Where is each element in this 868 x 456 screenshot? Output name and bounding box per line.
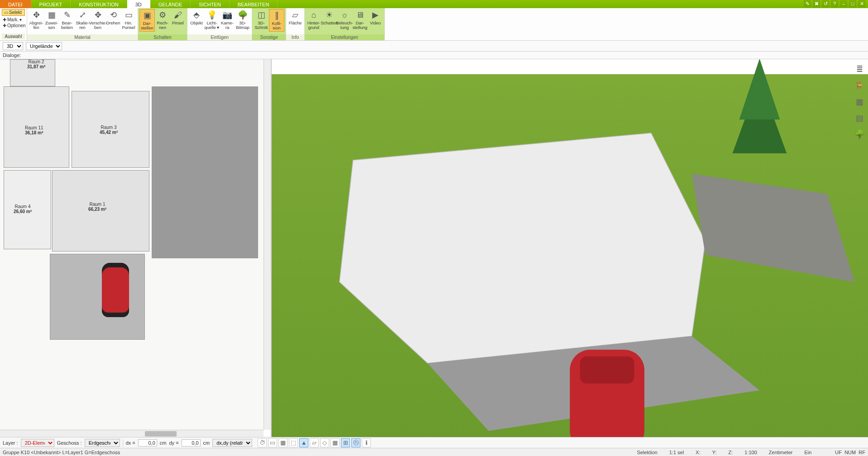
ribbon-group-sonstige: ◫3D- Schnitt‖Kolli- sionSonstige	[252, 8, 286, 40]
menu-tab-datei[interactable]: DATEI	[0, 0, 31, 8]
ribbon-btn-hintergrund[interactable]: ⌂Hinter- grund	[306, 9, 321, 31]
materials-icon[interactable]: ▦	[854, 96, 865, 108]
ribbon-btn-label: Dar- stellung	[353, 21, 368, 30]
ribbon-btn-verschieben[interactable]: ✥Verschie- ben	[90, 9, 106, 31]
svg-marker-0	[340, 133, 705, 363]
toggle-icon[interactable]: ℹ	[362, 438, 371, 447]
menu-tab-sichten[interactable]: SICHTEN	[191, 0, 229, 8]
ribbon-group-einfuegen: ⬘Objekt💡Licht- quelle ▾📷Kame- ra🌳3D- Bit…	[187, 8, 252, 40]
room-label: Raum 426,60 m²	[14, 204, 32, 214]
options-button[interactable]: ✚ Optionen	[2, 23, 25, 28]
ribbon-btn-label: Drehen	[106, 21, 120, 25]
toggle-icon[interactable]: ⏱	[258, 438, 267, 447]
ribbon-btn-pinsel[interactable]: 🖌Pinsel	[170, 9, 186, 26]
toggle-icon[interactable]: ▦	[278, 438, 288, 447]
ribbon-btn-label: Pinsel	[172, 21, 184, 25]
ribbon-btn-rechnen[interactable]: ⚙Rech- nen	[155, 9, 170, 31]
minimize-icon[interactable]: –	[840, 0, 847, 7]
group-caption: Schatten	[138, 34, 187, 40]
pane-3d[interactable]	[272, 59, 868, 437]
ribbon: ▭ Selekt ✚ Mark. ▾ ✚ Optionen Auswahl ✥A…	[0, 8, 868, 41]
floor-select[interactable]: Erdgeschos	[85, 439, 120, 447]
select-button[interactable]: ▭ Selekt	[2, 9, 25, 16]
menu-bar: DATEI PROJEKT KONSTRUKTION 3D GELÄNDE SI…	[0, 0, 868, 8]
close-icon[interactable]: ✕	[858, 0, 865, 7]
ribbon-btn-label: Licht- quelle ▾	[205, 21, 220, 30]
toggle-icon[interactable]: ▦	[331, 438, 340, 447]
ribbon-btn-bearbeiten[interactable]: ✎Bear- beiten	[59, 9, 75, 31]
dy-label: dy =	[169, 440, 178, 446]
ribbon-group-einstellungen: ⌂Hinter- grund☀Schatten☼Beleuch- tung🖥Da…	[305, 8, 385, 40]
menu-tab-3d[interactable]: 3D	[127, 0, 150, 8]
tool-icon[interactable]: ✖	[813, 0, 820, 7]
ribbon-btn-kamera[interactable]: 📷Kame- ra	[220, 9, 235, 31]
status-left: Gruppe K10 <Unbekannt> L=Layer1 G=Erdges…	[3, 450, 120, 455]
ribbon-btn-3dbitmap[interactable]: 🌳3D- Bitmap	[235, 9, 250, 31]
menu-tab-projekt[interactable]: PROJEKT	[31, 0, 71, 8]
furniture-icon[interactable]: 🪑	[854, 80, 865, 91]
pane-2d[interactable]: Raum 231,87 m²Raum 1136,18 m²Raum 345,42…	[0, 59, 272, 437]
scrollbar-horizontal[interactable]	[0, 430, 264, 437]
verschieben-icon: ✥	[93, 10, 103, 20]
layers-icon[interactable]: ≣	[854, 63, 865, 75]
dy-input[interactable]: 0,0	[182, 439, 201, 446]
layer-select[interactable]: 2D-Elemen	[21, 439, 54, 447]
menu-tab-bearbeiten[interactable]: BEARBEITEN	[230, 0, 278, 8]
menu-tab-konstruktion[interactable]: KONSTRUKTION	[71, 0, 127, 8]
ribbon-btn-darstellung[interactable]: 🖥Dar- stellung	[352, 9, 368, 31]
ribbon-btn-label: Video	[370, 21, 381, 25]
status-x: X:	[695, 450, 700, 455]
menu-tab-gelaende[interactable]: GELÄNDE	[150, 0, 191, 8]
ribbon-btn-abgreifen[interactable]: ✥Abgrei- fen	[29, 9, 44, 31]
svg-marker-6	[739, 59, 780, 119]
beleuchtung-icon: ☼	[340, 10, 350, 20]
undo-icon[interactable]: ↺	[822, 0, 829, 7]
ribbon-btn-label: Dar- stellen	[141, 21, 153, 30]
status-bar: Gruppe K10 <Unbekannt> L=Layer1 G=Erdges…	[0, 448, 868, 456]
ribbon-btn-flaeche[interactable]: ▱Fläche	[288, 9, 303, 26]
status-scale: 1:100	[744, 450, 757, 455]
ribbon-btn-video[interactable]: ▶Video	[368, 9, 383, 26]
ribbon-btn-objekt[interactable]: ⬘Objekt	[189, 9, 204, 26]
coord-mode-select[interactable]: dx,dy (relativ ka	[212, 439, 252, 447]
dx-input[interactable]: 0,0	[138, 439, 157, 446]
ribbon-group-auswahl: ▭ Selekt ✚ Mark. ▾ ✚ Optionen Auswahl	[0, 8, 27, 40]
toggle-icon[interactable]: ▲	[299, 438, 308, 447]
ribbon-btn-schatten2[interactable]: ☀Schatten	[321, 9, 337, 26]
3d-viewport[interactable]	[272, 59, 868, 437]
mark-button[interactable]: ✚ Mark. ▾	[2, 17, 25, 23]
ribbon-btn-beleuchtung[interactable]: ☼Beleuch- tung	[337, 9, 352, 31]
palette-icon[interactable]: ▤	[854, 112, 865, 124]
workspace: Raum 231,87 m²Raum 1136,18 m²Raum 345,42…	[0, 59, 868, 437]
plants-icon[interactable]: 🌳	[854, 128, 865, 140]
3dschnitt-icon: ◫	[256, 10, 266, 20]
ribbon-btn-zuweisen[interactable]: ▦Zuwei- sen	[44, 9, 59, 31]
ribbon-btn-drehen[interactable]: ⟲Drehen	[106, 9, 121, 26]
schatten2-icon: ☀	[324, 10, 334, 20]
dialog-label: Dialoge:	[3, 52, 21, 58]
toggle-icon[interactable]: ▱	[310, 438, 319, 447]
tool-icon[interactable]: ✎	[804, 0, 811, 7]
ribbon-btn-lichtquelle[interactable]: 💡Licht- quelle ▾	[204, 9, 220, 31]
kamera-icon: 📷	[222, 10, 232, 20]
toggle-icon[interactable]: ▭	[268, 438, 277, 447]
ribbon-btn-skalieren[interactable]: ⤢Skalie- ren	[75, 9, 90, 31]
ribbon-btn-kollision[interactable]: ‖Kolli- sion	[269, 9, 284, 32]
ribbon-btn-label: Skalie- ren	[76, 21, 89, 30]
maximize-icon[interactable]: □	[849, 0, 856, 7]
status-selection: Selektion	[637, 450, 657, 455]
scrollbar-vertical[interactable]	[264, 59, 271, 430]
toggle-icon[interactable]: ⓝ	[351, 438, 360, 447]
toggle-icon[interactable]: ⬚	[289, 438, 298, 447]
floorplan-canvas[interactable]: Raum 231,87 m²Raum 1136,18 m²Raum 345,42…	[0, 59, 264, 430]
terrain-select[interactable]: Urgelände	[26, 42, 62, 50]
ribbon-btn-darstellen[interactable]: ▣Dar- stellen	[139, 9, 155, 32]
toggle-icon[interactable]: ◇	[320, 438, 329, 447]
ribbon-btn-hinpunsel[interactable]: ▭Hin. Punsel	[121, 9, 136, 31]
toggle-icon[interactable]: ⊞	[341, 438, 350, 447]
help-icon[interactable]: ?	[831, 0, 838, 7]
view-mode-select[interactable]: 3D	[3, 42, 23, 50]
ribbon-btn-3dschnitt[interactable]: ◫3D- Schnitt	[254, 9, 269, 31]
pinsel-icon: 🖌	[173, 10, 183, 20]
flaeche-icon: ▱	[290, 10, 300, 20]
